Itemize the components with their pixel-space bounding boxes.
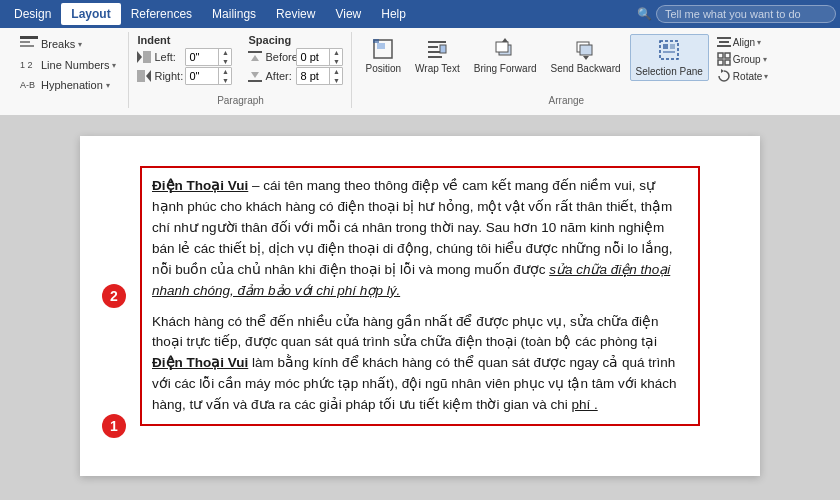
bring-forward-label: Bring Forward <box>474 63 537 75</box>
spacing-before-row: Before: ▲ ▼ <box>248 48 343 66</box>
spacing-after-input[interactable] <box>297 70 329 82</box>
svg-rect-14 <box>377 43 385 49</box>
line-numbers-button[interactable]: 1 2 Line Numbers ▾ <box>16 56 120 74</box>
group-button[interactable]: Group ▾ <box>713 51 771 67</box>
svg-rect-31 <box>717 37 731 39</box>
menu-tab-help[interactable]: Help <box>371 3 416 25</box>
rotate-label: Rotate <box>733 71 762 82</box>
rotate-button[interactable]: Rotate ▾ <box>713 68 772 84</box>
svg-rect-15 <box>373 39 379 43</box>
position-label: Position <box>365 63 401 75</box>
spacing-after-spinners: ▲ ▼ <box>329 67 342 85</box>
group-dropdown-icon: ▾ <box>763 55 767 64</box>
ribbon-group-paragraph: Indent Left: ▲ ▼ <box>129 32 352 108</box>
position-button[interactable]: Position <box>360 34 406 78</box>
svg-rect-11 <box>248 80 262 82</box>
svg-rect-25 <box>580 45 592 55</box>
align-button[interactable]: Align ▾ <box>713 34 765 50</box>
bring-forward-button[interactable]: Bring Forward <box>469 34 542 78</box>
breaks-icon <box>20 36 38 52</box>
spacing-before-input[interactable] <box>297 51 329 63</box>
line-numbers-label: Line Numbers <box>41 59 109 71</box>
svg-rect-8 <box>137 70 145 82</box>
indent-left-up[interactable]: ▲ <box>219 48 231 57</box>
svg-rect-0 <box>20 36 38 39</box>
svg-marker-38 <box>721 69 724 73</box>
document-area: 2 Điện Thoại Vui – cái tên mang theo thô… <box>0 116 840 500</box>
document-page: 2 Điện Thoại Vui – cái tên mang theo thô… <box>80 136 760 476</box>
svg-rect-2 <box>20 45 34 47</box>
menu-tab-review[interactable]: Review <box>266 3 325 25</box>
spacing-before-down[interactable]: ▼ <box>330 57 342 66</box>
menu-tab-view[interactable]: View <box>325 3 371 25</box>
bring-forward-icon <box>493 37 517 61</box>
svg-rect-20 <box>440 45 446 53</box>
selected-content-box[interactable]: Điện Thoại Vui – cái tên mang theo thông… <box>140 166 700 426</box>
spacing-after-up[interactable]: ▲ <box>330 67 342 76</box>
svg-rect-6 <box>143 51 151 63</box>
indent-right-row: Right: ▲ ▼ <box>137 67 232 85</box>
svg-rect-32 <box>719 41 729 43</box>
wrap-text-icon <box>425 37 449 61</box>
brand-name-2: Điện Thoại Vui <box>152 355 248 370</box>
spacing-after-input-wrap: ▲ ▼ <box>296 67 343 85</box>
menu-tab-references[interactable]: References <box>121 3 202 25</box>
svg-rect-17 <box>428 46 438 48</box>
svg-rect-35 <box>725 53 730 58</box>
hyphenation-dropdown-icon: ▾ <box>106 81 110 90</box>
svg-marker-26 <box>583 56 589 60</box>
send-backward-button[interactable]: Send Backward <box>546 34 626 78</box>
rotate-dropdown-icon: ▾ <box>764 72 768 81</box>
spacing-header: Spacing <box>248 34 343 46</box>
send-backward-icon <box>574 37 598 61</box>
svg-rect-27 <box>660 41 678 59</box>
indent-left-down[interactable]: ▼ <box>219 57 231 66</box>
svg-rect-28 <box>663 44 668 49</box>
svg-marker-23 <box>502 38 508 42</box>
spacing-before-input-wrap: ▲ ▼ <box>296 48 343 66</box>
svg-rect-33 <box>717 45 731 47</box>
indent-right-input[interactable] <box>186 70 218 82</box>
align-label: Align <box>733 37 755 48</box>
spacing-before-spinners: ▲ ▼ <box>329 48 342 66</box>
spacing-after-down[interactable]: ▼ <box>330 76 342 85</box>
indent-right-up[interactable]: ▲ <box>219 67 231 76</box>
indent-right-down[interactable]: ▼ <box>219 76 231 85</box>
para2-text-1: Khách hàng có thể đến nhiều cửa hàng gần… <box>152 314 659 350</box>
menu-tab-mailings[interactable]: Mailings <box>202 3 266 25</box>
badge-2: 2 <box>102 284 126 308</box>
svg-rect-30 <box>663 51 675 53</box>
menu-tab-layout[interactable]: Layout <box>61 3 120 25</box>
tell-me-input[interactable] <box>656 5 836 23</box>
para2-underline: phí . <box>571 397 597 412</box>
spacing-after-label: After: <box>265 70 293 82</box>
indent-left-spinners: ▲ ▼ <box>218 48 231 66</box>
spacing-before-up[interactable]: ▲ <box>330 48 342 57</box>
spacing-after-icon <box>248 70 262 82</box>
svg-rect-22 <box>496 42 508 52</box>
svg-rect-1 <box>20 41 30 43</box>
hyphenation-icon: A-B <box>20 78 38 92</box>
indent-left-input[interactable] <box>186 51 218 63</box>
indent-left-icon <box>137 51 151 63</box>
svg-rect-36 <box>718 60 723 65</box>
paragraph-group-label: Paragraph <box>129 95 351 106</box>
selection-pane-icon <box>657 38 681 64</box>
indent-right-input-wrap: ▲ ▼ <box>185 67 232 85</box>
align-icon <box>717 35 731 49</box>
send-backward-label: Send Backward <box>551 63 621 75</box>
svg-rect-16 <box>428 41 446 43</box>
position-icon <box>371 37 395 61</box>
spacing-before-icon <box>248 51 262 63</box>
menu-bar: Design Layout References Mailings Review… <box>0 0 840 28</box>
selection-pane-button[interactable]: Selection Pane <box>630 34 709 81</box>
badge-1: 1 <box>102 414 126 438</box>
indent-right-label: Right: <box>154 70 182 82</box>
hyphenation-button[interactable]: A-B Hyphenation ▾ <box>16 76 114 94</box>
breaks-button[interactable]: Breaks ▾ <box>16 34 86 54</box>
menu-tab-design[interactable]: Design <box>4 3 61 25</box>
svg-rect-37 <box>725 60 730 65</box>
svg-marker-12 <box>251 72 259 78</box>
document-content: Điện Thoại Vui – cái tên mang theo thông… <box>152 176 688 416</box>
wrap-text-button[interactable]: Wrap Text <box>410 34 465 78</box>
